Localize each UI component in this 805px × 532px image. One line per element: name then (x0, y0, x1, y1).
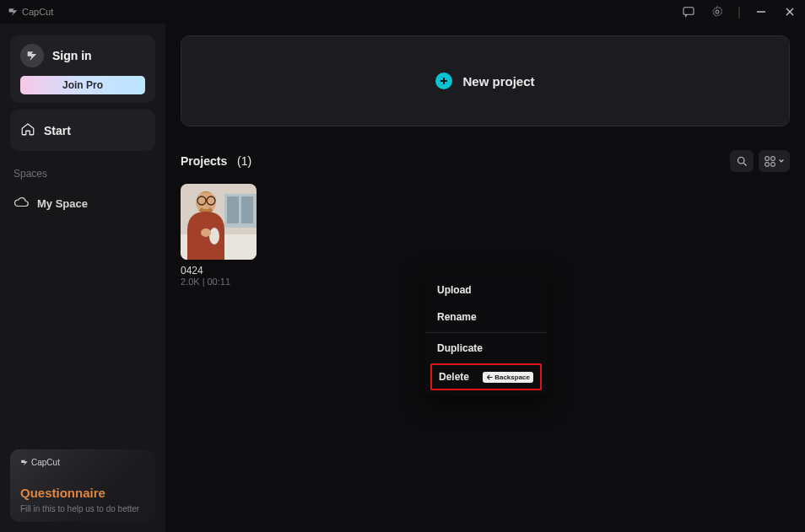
projects-header: Projects (1) (181, 150, 790, 172)
projects-title: Projects (181, 154, 227, 168)
sidebar: Sign in Join Pro Start Spaces My Space (0, 24, 165, 532)
ctx-delete[interactable]: Delete Backspace (430, 363, 542, 390)
promo-questionnaire[interactable]: CapCut Questionnaire Fill in this to hel… (10, 449, 155, 522)
svg-point-1 (716, 10, 719, 13)
sidebar-item-myspace[interactable]: My Space (10, 188, 155, 219)
svg-line-8 (743, 163, 746, 165)
join-pro-button[interactable]: Join Pro (20, 76, 145, 94)
plus-icon (435, 73, 452, 89)
main-content: New project Projects (1) (165, 24, 805, 532)
projects-count: (1) (230, 154, 251, 168)
svg-rect-17 (241, 196, 253, 223)
app-logo-icon (7, 6, 19, 18)
ctx-upload[interactable]: Upload (425, 277, 547, 304)
home-icon (20, 121, 35, 139)
shortcut-badge: Backspace (483, 372, 533, 383)
project-name: 0424 (181, 265, 257, 277)
new-project-button[interactable]: New project (181, 35, 790, 126)
start-label: Start (44, 124, 71, 137)
svg-point-23 (201, 228, 211, 237)
ctx-duplicate[interactable]: Duplicate (425, 335, 547, 362)
promo-title: Questionnaire (20, 486, 105, 500)
titlebar: CapCut | (0, 0, 805, 24)
app-name: CapCut (22, 7, 53, 17)
signin-button[interactable]: Sign in (20, 44, 145, 67)
svg-rect-12 (771, 162, 775, 165)
signin-label: Sign in (52, 49, 92, 62)
avatar-icon (20, 44, 44, 67)
svg-rect-9 (765, 156, 769, 159)
sidebar-item-start[interactable]: Start (10, 113, 155, 148)
close-button[interactable] (781, 3, 798, 20)
new-project-label: New project (462, 74, 534, 89)
settings-icon[interactable] (709, 3, 726, 20)
auth-card: Sign in Join Pro (10, 35, 155, 103)
svg-rect-11 (765, 162, 769, 165)
svg-rect-16 (227, 196, 239, 223)
project-tile[interactable]: 0424 2.0K|00:11 (181, 184, 257, 287)
ctx-rename[interactable]: Rename (425, 304, 547, 330)
chevron-down-icon (778, 158, 785, 164)
promo-subtitle: Fill in this to help us to do better (20, 504, 139, 513)
titlebar-divider: | (737, 5, 741, 19)
project-meta: 2.0K|00:11 (181, 277, 257, 287)
nav-card: Start (10, 110, 155, 151)
promo-badge: CapCut (20, 458, 60, 467)
minimize-button[interactable] (753, 3, 770, 20)
view-mode-button[interactable] (759, 150, 790, 172)
feedback-icon[interactable] (680, 3, 697, 20)
cloud-icon (14, 195, 29, 212)
svg-point-22 (209, 228, 219, 245)
search-projects-button[interactable] (730, 150, 754, 172)
project-thumbnail[interactable] (181, 184, 257, 260)
spaces-section-label: Spaces (10, 164, 155, 188)
svg-rect-0 (683, 8, 694, 15)
svg-rect-10 (771, 156, 775, 159)
project-context-menu: Upload Rename Duplicate Delete Backspace (425, 271, 547, 395)
ctx-divider (425, 332, 547, 333)
my-space-label: My Space (37, 197, 88, 210)
svg-point-7 (737, 157, 744, 164)
